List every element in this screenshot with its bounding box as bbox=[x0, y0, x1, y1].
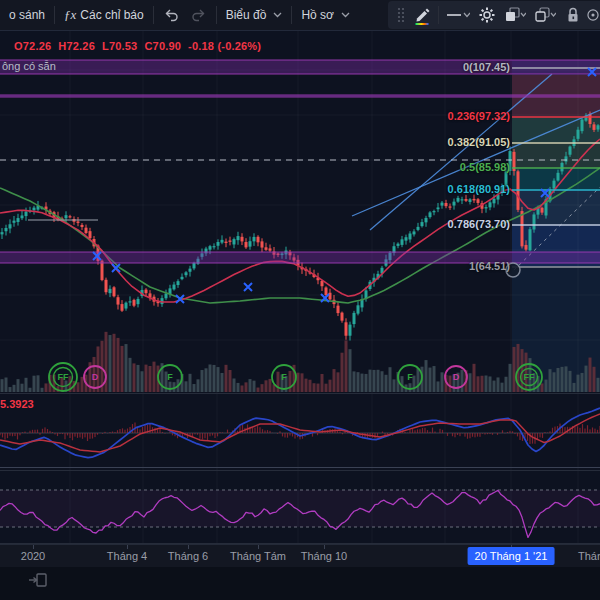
axis-tick bbox=[33, 545, 34, 549]
chevron-down-icon bbox=[341, 12, 350, 18]
axis-footer bbox=[0, 567, 600, 600]
time-axis[interactable]: 2020Tháng 4Tháng 6Tháng TámTháng 1020 Th… bbox=[0, 544, 600, 567]
svg-text:F: F bbox=[281, 372, 287, 382]
drag-handle[interactable] bbox=[393, 2, 409, 28]
settings-button[interactable] bbox=[474, 2, 500, 28]
redo-button[interactable] bbox=[182, 0, 216, 30]
unavailable-note: ông có sẵn bbox=[2, 60, 56, 72]
drawing-toolbar bbox=[388, 1, 600, 29]
ohlc-high: H72.26 bbox=[58, 40, 95, 52]
fib-level-label: 0.236(97.32) bbox=[448, 110, 510, 122]
line-tool-icon bbox=[446, 9, 470, 21]
fib-level-label: 0.5(85.98) bbox=[460, 161, 510, 173]
ohlc-readout: O72.26 H72.26 L70.53 C70.90 -0.18 (-0.26… bbox=[14, 40, 261, 52]
drag-dots-icon bbox=[397, 7, 405, 23]
visibility-button[interactable] bbox=[586, 2, 600, 28]
axis-label: Tháng 4 bbox=[107, 550, 147, 562]
fib-level-label: 0.618(80.91) bbox=[448, 183, 510, 195]
fib-level-label: 0(107.45) bbox=[463, 61, 510, 73]
crosshair-date-badge: 20 Tháng 1 '21 bbox=[468, 547, 555, 565]
svg-text:F: F bbox=[167, 372, 173, 382]
eye-icon bbox=[586, 6, 600, 24]
axis-label: Tháng 6 bbox=[168, 550, 208, 562]
undo-icon bbox=[163, 7, 179, 23]
lock-icon bbox=[566, 7, 580, 23]
indicators-label: Các chỉ báo bbox=[80, 8, 143, 22]
fib-level-label: 1(64.51) bbox=[469, 260, 510, 272]
indicators-button[interactable]: ƒx Các chỉ báo bbox=[55, 0, 153, 30]
toolbar-separator bbox=[438, 6, 439, 24]
draw-tool-button[interactable] bbox=[409, 2, 435, 28]
indicator-value-label: 5.3923 bbox=[0, 398, 34, 410]
lock-button[interactable] bbox=[560, 2, 586, 28]
go-to-date-button[interactable] bbox=[28, 571, 48, 589]
chart-canvas[interactable]: FFDFFFDFF bbox=[0, 0, 600, 600]
pencil-icon bbox=[413, 6, 431, 25]
svg-text:FF: FF bbox=[524, 372, 535, 382]
chart-menu-button[interactable]: Biểu đồ bbox=[217, 0, 292, 30]
axis-tick bbox=[188, 545, 189, 549]
scroll-to-icon bbox=[28, 571, 48, 589]
chart-menu-label: Biểu đồ bbox=[226, 8, 267, 22]
chevron-down-icon bbox=[273, 12, 282, 18]
gear-icon bbox=[479, 7, 495, 23]
copy-icon bbox=[534, 7, 556, 23]
fib-level-label: 0.382(91.05) bbox=[448, 136, 510, 148]
profile-menu-label: Hồ sơ bbox=[301, 8, 334, 22]
svg-text:F: F bbox=[407, 372, 413, 382]
layout-select-button[interactable] bbox=[500, 2, 530, 28]
axis-label-partial: Thán bbox=[578, 550, 600, 562]
redo-icon bbox=[191, 7, 207, 23]
axis-label: Tháng Tám bbox=[230, 550, 286, 562]
ohlc-open: O72.26 bbox=[14, 40, 51, 52]
axis-tick bbox=[127, 545, 128, 549]
axis-label: 2020 bbox=[21, 550, 45, 562]
top-toolbar: o sánh ƒx Các chỉ báo Biểu đồ Hồ sơ bbox=[0, 0, 600, 31]
svg-text:D: D bbox=[92, 372, 99, 382]
line-style-button[interactable] bbox=[442, 2, 474, 28]
compare-label: o sánh bbox=[9, 8, 45, 22]
ohlc-close: C70.90 bbox=[144, 40, 181, 52]
axis-tick bbox=[258, 545, 259, 549]
profile-menu-button[interactable]: Hồ sơ bbox=[292, 0, 359, 30]
ohlc-low: L70.53 bbox=[102, 40, 137, 52]
axis-tick bbox=[324, 545, 325, 549]
fx-icon: ƒx bbox=[64, 7, 76, 23]
fib-level-label: 0.786(73.70) bbox=[448, 218, 510, 230]
copy-layout-button[interactable] bbox=[530, 2, 560, 28]
ohlc-change: -0.18 (-0.26%) bbox=[188, 40, 261, 52]
svg-text:FF: FF bbox=[58, 372, 69, 382]
layers-icon bbox=[504, 7, 526, 23]
compare-button[interactable]: o sánh bbox=[0, 0, 54, 30]
axis-label: Tháng 10 bbox=[301, 550, 347, 562]
svg-text:D: D bbox=[453, 372, 460, 382]
